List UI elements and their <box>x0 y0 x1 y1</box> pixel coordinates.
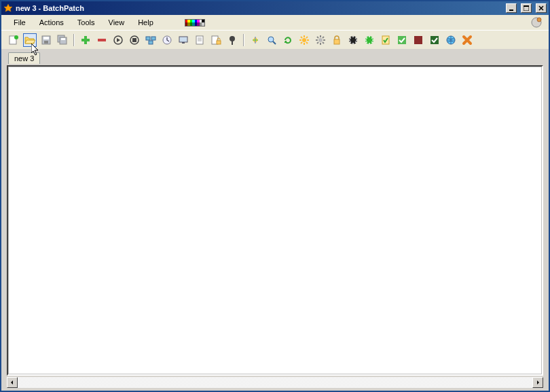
svg-point-35 <box>355 37 356 39</box>
menu-actions[interactable]: Actions <box>33 17 71 28</box>
globe-icon[interactable] <box>444 33 458 47</box>
svg-rect-52 <box>398 36 406 44</box>
svg-rect-18 <box>132 38 136 42</box>
svg-point-44 <box>371 37 373 39</box>
svg-rect-12 <box>61 38 65 40</box>
svg-point-38 <box>352 43 354 44</box>
svg-rect-21 <box>149 41 153 44</box>
svg-rect-0 <box>509 10 513 11</box>
separator <box>243 34 244 46</box>
save-icon[interactable] <box>39 33 53 47</box>
svg-rect-32 <box>334 39 340 44</box>
lock-icon[interactable] <box>330 33 344 47</box>
stop-icon[interactable] <box>128 33 141 47</box>
green-check-icon[interactable] <box>395 33 409 47</box>
app-window: new 3 - BatchPatch File Actions Tools Vi… <box>0 0 550 392</box>
tab-new-3[interactable]: new 3 <box>8 52 40 64</box>
scroll-track[interactable] <box>18 377 532 388</box>
svg-point-43 <box>369 36 370 37</box>
refresh-icon[interactable] <box>281 33 295 47</box>
svg-rect-24 <box>182 42 185 43</box>
svg-point-41 <box>350 37 351 39</box>
svg-point-46 <box>371 41 373 43</box>
menu-help[interactable]: Help <box>131 17 160 28</box>
svg-rect-25 <box>196 36 203 44</box>
svg-point-47 <box>369 43 370 44</box>
svg-point-34 <box>352 36 354 37</box>
color-palette-icon[interactable] <box>185 19 205 26</box>
add-icon[interactable] <box>79 33 92 47</box>
svg-point-45 <box>372 39 373 41</box>
svg-point-31 <box>318 38 323 42</box>
hosts-icon[interactable] <box>144 33 158 47</box>
scroll-right-button[interactable] <box>532 377 543 388</box>
svg-point-30 <box>302 38 306 42</box>
minimize-button[interactable] <box>506 3 517 13</box>
svg-rect-54 <box>430 36 439 44</box>
loading-dark-icon[interactable] <box>346 33 360 47</box>
menu-bar: File Actions Tools View Help <box>1 15 549 30</box>
remove-icon[interactable] <box>95 33 109 47</box>
pin-icon[interactable] <box>225 33 239 47</box>
grid-empty[interactable] <box>8 67 542 374</box>
app-icon <box>3 3 13 13</box>
horizontal-scrollbar <box>7 377 543 388</box>
delete-x-icon[interactable] <box>460 33 474 47</box>
svg-rect-20 <box>151 37 155 40</box>
svg-rect-15 <box>98 39 106 41</box>
scroll-left-button[interactable] <box>7 377 18 388</box>
svg-point-50 <box>366 37 367 39</box>
toolbar <box>1 30 549 49</box>
check-doc-icon[interactable] <box>379 33 392 47</box>
svg-point-48 <box>366 41 367 43</box>
open-folder-icon[interactable] <box>23 33 37 47</box>
zoom-icon[interactable] <box>265 33 278 47</box>
window-title: new 3 - BatchPatch <box>16 4 84 12</box>
new-doc-icon[interactable] <box>7 33 20 47</box>
separator <box>73 34 75 46</box>
clock-icon[interactable] <box>160 33 174 47</box>
play-icon[interactable] <box>111 33 125 47</box>
save-all-icon[interactable] <box>56 33 69 47</box>
red-square-icon[interactable] <box>411 33 425 47</box>
svg-point-28 <box>230 36 235 41</box>
work-panel <box>7 65 543 376</box>
svg-rect-8 <box>43 37 49 39</box>
svg-rect-19 <box>146 37 150 40</box>
maximize-button[interactable] <box>521 3 532 13</box>
menu-tools[interactable]: Tools <box>71 17 102 28</box>
tab-strip: new 3 <box>1 49 549 64</box>
gear-grey-icon[interactable] <box>314 33 327 47</box>
menu-file[interactable]: File <box>7 17 33 28</box>
svg-point-36 <box>356 39 357 41</box>
loading-green-icon[interactable] <box>363 33 376 47</box>
svg-point-29 <box>268 37 274 42</box>
svg-point-6 <box>14 35 18 39</box>
doc-lock-icon[interactable] <box>209 33 223 47</box>
svg-point-40 <box>349 39 350 41</box>
svg-rect-53 <box>414 36 422 44</box>
screen-icon[interactable] <box>177 33 190 47</box>
svg-point-39 <box>350 41 351 43</box>
page-icon[interactable] <box>193 33 206 47</box>
notification-icon[interactable] <box>530 16 543 29</box>
svg-point-37 <box>355 41 356 43</box>
svg-point-49 <box>365 39 367 41</box>
svg-rect-2 <box>524 5 529 7</box>
menu-view[interactable]: View <box>102 17 132 28</box>
checkbox-icon[interactable] <box>428 33 441 47</box>
svg-rect-23 <box>179 37 187 42</box>
svg-rect-27 <box>217 41 221 44</box>
diamond-icon[interactable] <box>249 33 262 47</box>
content-area <box>1 64 549 377</box>
gear-sun-icon[interactable] <box>297 33 311 47</box>
svg-point-4 <box>537 18 541 22</box>
svg-rect-14 <box>81 39 90 41</box>
svg-rect-9 <box>44 41 48 43</box>
title-bar: new 3 - BatchPatch <box>1 1 549 15</box>
close-button[interactable] <box>536 3 547 13</box>
